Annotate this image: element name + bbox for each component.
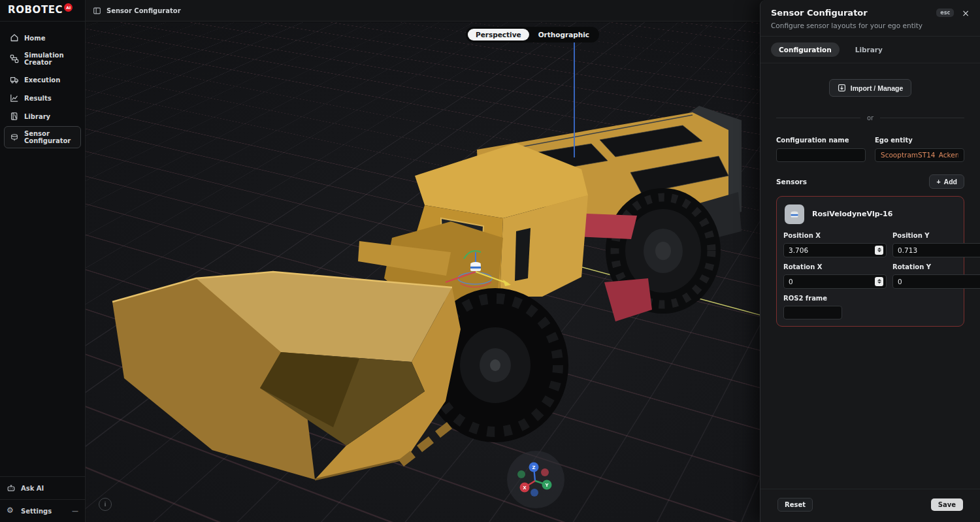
ros2-frame-field: ROS2 frame [783,295,957,320]
position-y-label: Position Y [892,232,980,239]
ros2-frame-input[interactable] [783,306,842,319]
axis-neg-y-handle[interactable] [517,470,525,478]
tab-configuration[interactable]: Configuration [771,42,840,57]
sidebar-item-label: Library [24,113,50,120]
stepper-icon[interactable] [875,246,883,255]
lidar-puck-icon [785,204,804,224]
sidebar-item-results[interactable]: Results [4,90,81,106]
import-manage-label: Import / Manage [851,84,904,92]
configuration-name-field: Configuration name [776,137,866,162]
panel-subtitle: Configure sensor layouts for your ego en… [771,22,970,29]
add-sensor-label: Add [944,178,957,186]
position-y-input[interactable] [898,246,980,254]
topbar-title: Sensor Configurator [106,7,181,14]
sidebar-item-settings[interactable]: ⚙ Settings — [0,499,85,522]
position-x-input[interactable] [789,246,875,254]
position-x-label: Position X [783,232,887,239]
or-text: or [867,114,874,122]
plus-icon: + [936,178,940,186]
panel-body: Import / Manage or Configuration name Eg… [760,63,980,489]
workflow-icon [10,54,19,63]
sidebar: ROBOTEC AI Home Simulation Creator Execu… [0,0,86,522]
sidebar-nav: Home Simulation Creator Execution Result… [0,22,85,150]
sensor-name: RosiVelodyneVlp-16 [812,210,892,218]
home-icon [10,33,19,42]
sensors-label: Sensors [776,178,807,186]
panel-left-icon [93,7,101,15]
axis-y-label: Y [544,483,549,488]
ego-entity-input[interactable] [875,148,964,162]
lidar-icon [10,133,19,142]
import-manage-button[interactable]: Import / Manage [829,79,912,97]
gear-icon: ⚙ [7,506,16,515]
reset-button[interactable]: Reset [777,498,813,512]
rotation-y-field: Rotation Y [892,263,980,295]
axis-z-label: Z [532,465,535,470]
position-x-field: Position X [783,232,887,263]
ai-badge-icon: AI [64,3,73,12]
sidebar-item-label: Settings [21,508,52,515]
sidebar-item-label: Execution [24,76,60,84]
truck-icon [10,75,19,84]
configuration-name-label: Configuration name [776,137,866,144]
sidebar-footer: Ask AI ⚙ Settings — [0,476,85,522]
sidebar-item-label: Simulation Creator [24,52,75,66]
sidebar-item-library[interactable]: Library [4,108,81,125]
sidebar-item-execution[interactable]: Execution [4,71,81,88]
close-icon[interactable]: × [962,8,970,18]
robot-icon [7,483,16,493]
sensor-card-header: RosiVelodyneVlp-16 [783,203,957,232]
orientation-gizmo[interactable]: Z X Y [500,444,572,515]
rotation-y-input[interactable] [898,278,980,285]
rotation-x-field: Rotation X [783,263,887,295]
or-divider: or [776,114,964,122]
stepper-icon[interactable] [875,277,883,286]
sensors-row: Sensors + Add [776,174,964,189]
toggle-option-orthographic[interactable]: Orthographic [531,29,597,41]
save-button[interactable]: Save [931,498,963,511]
rotation-x-label: Rotation X [783,263,887,270]
panel-tabs: Configuration Library [760,37,980,63]
sidebar-item-sensor-configurator[interactable]: Sensor Configurator [4,126,81,148]
axis-x-label: X [523,485,527,491]
chart-icon [10,93,19,103]
sidebar-item-label: Home [24,35,45,42]
ego-entity-label: Ego entity [875,137,964,144]
position-y-field: Position Y [892,232,980,263]
ros2-frame-label: ROS2 frame [783,295,957,302]
panel-footer: Reset Save [760,489,980,522]
sidebar-item-home[interactable]: Home [4,29,81,46]
toggle-option-perspective[interactable]: Perspective [468,29,529,41]
import-icon [838,84,846,92]
sidebar-item-label: Results [24,95,52,102]
robotec-logo: ROBOTEC AI [0,0,85,22]
projection-toggle: Perspective Orthographic [466,27,599,42]
sidebar-item-label: Sensor Configurator [24,130,75,144]
rotation-y-label: Rotation Y [892,263,980,270]
panel-title: Sensor Configurator [771,8,868,18]
info-icon[interactable]: i [99,498,112,511]
sidebar-item-ask-ai[interactable]: Ask AI [0,476,85,499]
axis-neg-x-handle[interactable] [541,468,549,476]
tab-library[interactable]: Library [847,42,890,57]
configuration-name-input[interactable] [776,148,866,162]
sensor-card[interactable]: RosiVelodyneVlp-16 Position X Position Y [776,196,964,327]
sidebar-item-simulation-creator[interactable]: Simulation Creator [4,48,81,70]
logo-text: ROBOTEC [8,5,63,15]
book-icon [10,112,19,121]
axis-neg-z-handle[interactable] [531,489,538,497]
add-sensor-button[interactable]: + Add [929,174,964,189]
sidebar-item-label: Ask AI [21,485,44,492]
collapse-icon[interactable]: — [72,508,78,515]
esc-badge: esc [936,8,954,17]
sensor-configurator-panel: Sensor Configurator esc × Configure sens… [760,0,980,522]
rotation-x-input[interactable] [789,278,875,285]
panel-header: Sensor Configurator esc × Configure sens… [760,0,980,37]
ego-entity-field: Ego entity [875,137,964,162]
